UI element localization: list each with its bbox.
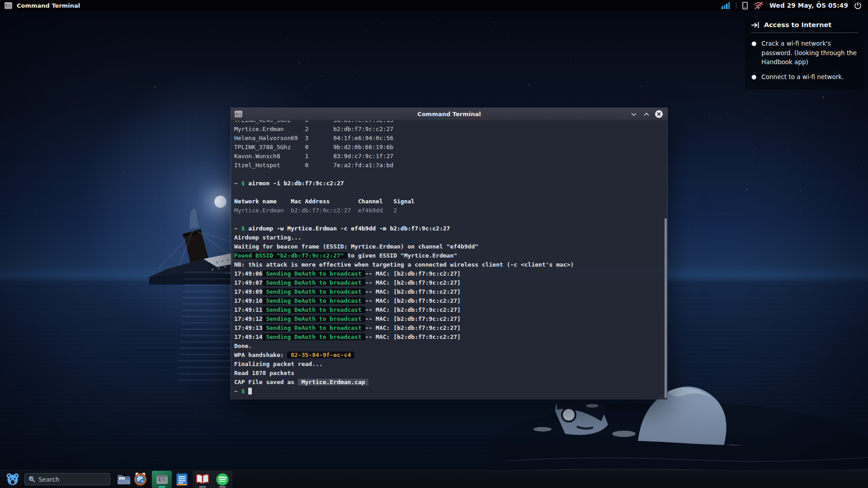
- star: [823, 97, 824, 98]
- terminal-line: 17:49:12 Sending DeAuth to broadcast -- …: [234, 314, 667, 324]
- star: [205, 188, 206, 188]
- terminal-line: Finalizing packet read...: [234, 360, 667, 369]
- star: [528, 84, 529, 85]
- star: [555, 68, 555, 68]
- star: [801, 191, 801, 191]
- close-button[interactable]: [655, 110, 663, 118]
- terminal-line: [234, 188, 667, 197]
- terminal-app-button[interactable]: C:\: [152, 471, 172, 488]
- star: [285, 26, 285, 26]
- star: [855, 113, 856, 113]
- star: [134, 178, 134, 179]
- top-system-bar: C:\ Command Terminal Wed 29 May, ÖS 05:4…: [0, 0, 868, 11]
- terminal-icon: C:\: [156, 475, 168, 484]
- terminal-output[interactable]: TPLINK_4240_5Ghz 0 5d:81:fe:e7:92:13Myrt…: [231, 121, 667, 399]
- terminal-icon: C:\: [5, 2, 12, 9]
- terminal-line: Helena_Halvorson69 3 04:1f:e6:94:0c:56: [234, 134, 667, 143]
- clock[interactable]: Wed 29 May, ÖS 05:49: [769, 2, 848, 9]
- search-input[interactable]: [38, 476, 102, 483]
- star: [124, 172, 125, 173]
- folder-icon: [117, 474, 131, 485]
- minimize-button[interactable]: [630, 110, 638, 118]
- notes-app-button[interactable]: [174, 471, 190, 488]
- task-item: ● Crack a wi-fi network's password. (loo…: [751, 39, 858, 67]
- task-panel-title: Access to Internet: [764, 21, 831, 28]
- terminal-line: ~ $ airmon -i b2:db:f7:9c:c2:27: [234, 179, 667, 188]
- terminal-line: 17:49:09 Sending DeAuth to broadcast -- …: [234, 287, 667, 296]
- star: [839, 224, 840, 225]
- star: [86, 22, 86, 23]
- wifi-off-icon[interactable]: [754, 2, 764, 9]
- handbook-app-button[interactable]: [193, 471, 212, 488]
- terminal-line: ~ $: [234, 387, 667, 396]
- star: [66, 126, 67, 127]
- terminal-line: 17:49:06 Sending DeAuth to broadcast -- …: [234, 269, 667, 278]
- star: [305, 88, 306, 88]
- star: [306, 81, 307, 81]
- star: [356, 72, 357, 72]
- star: [75, 102, 75, 102]
- terminal-line: Network name Mac Address Channel Signal: [234, 197, 667, 206]
- terminal-line: TPLINK_3788_5Ghz 0 9b:d2:0b:66:19:6b: [234, 143, 667, 152]
- star: [508, 33, 508, 33]
- star: [358, 22, 358, 22]
- terminal-line: Found BSSID "b2:db:f7:9c:c2:27" to given…: [234, 251, 667, 260]
- terminal-line: NB: this attack is more effective when t…: [234, 260, 667, 269]
- window-titlebar[interactable]: C:\ Command Terminal: [231, 108, 667, 121]
- star: [458, 80, 458, 80]
- command-terminal-window: C:\ Command Terminal TPLINK_4240_5Gh: [231, 108, 668, 399]
- star: [125, 37, 125, 38]
- terminal-line: 17:49:11 Sending DeAuth to broadcast -- …: [234, 305, 667, 314]
- focused-app-title: Command Terminal: [17, 2, 80, 9]
- terminal-line: Itzel_Hotspot 0 7e:a2:fd:a1:7a:bd: [234, 161, 667, 170]
- star: [688, 226, 689, 227]
- phone-icon[interactable]: [742, 2, 748, 9]
- star: [299, 62, 300, 63]
- network-activity-icon[interactable]: [722, 2, 730, 9]
- chevron-up-icon: [644, 113, 649, 116]
- star: [24, 15, 24, 15]
- spotify-icon: [216, 473, 229, 486]
- star: [21, 82, 21, 82]
- star: [304, 20, 304, 20]
- maximize-button[interactable]: [642, 110, 651, 118]
- power-button[interactable]: [854, 2, 862, 9]
- star: [45, 70, 45, 71]
- terminal-line: 17:49:10 Sending DeAuth to broadcast -- …: [234, 296, 667, 305]
- bullet: ●: [751, 39, 756, 67]
- close-icon: [657, 112, 661, 116]
- terminal-line: 17:49:14 Sending DeAuth to broadcast -- …: [234, 333, 667, 342]
- files-app-button[interactable]: [116, 471, 132, 488]
- terminal-line: TPLINK_4240_5Ghz 0 5d:81:fe:e7:92:13: [234, 121, 667, 125]
- terminal-line: WPA handshake: 82-35-84-9f-ec-c4: [234, 351, 667, 360]
- star: [118, 42, 119, 42]
- running-indicator: [159, 486, 165, 488]
- star: [767, 119, 768, 119]
- terminal-line: Kavon.Wunsch8 1 83:9d:c7:9c:1f:27: [234, 152, 667, 161]
- terminal-line: Waiting for beacon frame (ESSID: Myrtice…: [234, 242, 667, 251]
- scrollbar-thumb[interactable]: [665, 218, 667, 398]
- star: [439, 19, 440, 20]
- terminal-line: [234, 170, 667, 179]
- terminal-icon: C:\: [235, 111, 242, 117]
- star: [721, 213, 722, 214]
- star: [287, 39, 287, 39]
- taskbar-search[interactable]: [24, 473, 110, 485]
- start-menu-button[interactable]: [5, 473, 20, 486]
- terminal-line: ~ $ airdump -w Myrtice.Erdman -c ef4b9dd…: [234, 224, 667, 233]
- terminal-line: Read 1878 packets: [234, 369, 667, 378]
- star: [382, 23, 383, 23]
- terminal-line: [234, 215, 667, 224]
- star: [727, 114, 728, 114]
- search-icon: [28, 476, 35, 483]
- star: [859, 160, 859, 161]
- browser-app-button[interactable]: [132, 471, 148, 488]
- star: [641, 85, 642, 86]
- terminal-line: Myrtice.Erdman 2 b2:db:f7:9c:c2:27: [234, 125, 667, 134]
- star: [321, 75, 322, 76]
- star: [366, 30, 366, 31]
- task-item: ● Connect to a wi-fi network.: [751, 72, 858, 82]
- spotify-app-button[interactable]: [212, 471, 232, 488]
- star: [43, 237, 44, 238]
- login-arrow-icon: [751, 22, 760, 28]
